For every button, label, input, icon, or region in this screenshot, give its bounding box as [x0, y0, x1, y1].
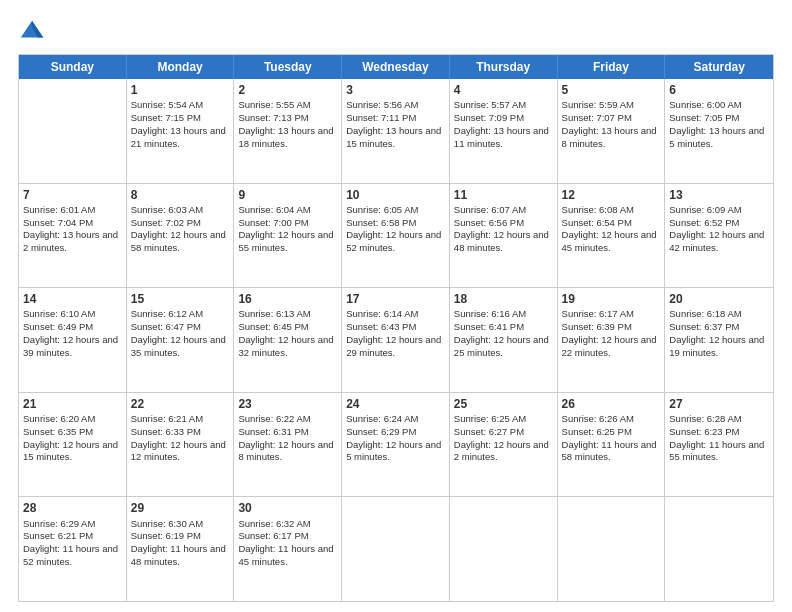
sunrise-text: Sunrise: 6:01 AM — [23, 204, 95, 215]
day-number: 21 — [23, 396, 122, 412]
daylight-text: Daylight: 13 hours and 15 minutes. — [346, 125, 441, 149]
sunrise-text: Sunrise: 6:00 AM — [669, 99, 741, 110]
daylight-text: Daylight: 12 hours and 48 minutes. — [454, 229, 549, 253]
logo — [18, 18, 50, 46]
sunset-text: Sunset: 7:09 PM — [454, 112, 524, 123]
header-day-monday: Monday — [127, 55, 235, 79]
calendar-row-1: 1Sunrise: 5:54 AMSunset: 7:15 PMDaylight… — [19, 79, 773, 184]
sunset-text: Sunset: 6:37 PM — [669, 321, 739, 332]
daylight-text: Daylight: 12 hours and 55 minutes. — [238, 229, 333, 253]
daylight-text: Daylight: 12 hours and 42 minutes. — [669, 229, 764, 253]
calendar-cell — [665, 497, 773, 601]
day-number: 19 — [562, 291, 661, 307]
calendar-cell: 19Sunrise: 6:17 AMSunset: 6:39 PMDayligh… — [558, 288, 666, 392]
sunrise-text: Sunrise: 5:54 AM — [131, 99, 203, 110]
sunset-text: Sunset: 6:21 PM — [23, 530, 93, 541]
day-number: 25 — [454, 396, 553, 412]
sunset-text: Sunset: 6:23 PM — [669, 426, 739, 437]
day-number: 9 — [238, 187, 337, 203]
sunrise-text: Sunrise: 6:08 AM — [562, 204, 634, 215]
logo-icon — [18, 18, 46, 46]
sunset-text: Sunset: 6:56 PM — [454, 217, 524, 228]
calendar-cell: 14Sunrise: 6:10 AMSunset: 6:49 PMDayligh… — [19, 288, 127, 392]
day-number: 23 — [238, 396, 337, 412]
header-day-tuesday: Tuesday — [234, 55, 342, 79]
calendar-cell: 17Sunrise: 6:14 AMSunset: 6:43 PMDayligh… — [342, 288, 450, 392]
day-number: 12 — [562, 187, 661, 203]
day-number: 2 — [238, 82, 337, 98]
daylight-text: Daylight: 13 hours and 18 minutes. — [238, 125, 333, 149]
day-number: 24 — [346, 396, 445, 412]
sunrise-text: Sunrise: 6:16 AM — [454, 308, 526, 319]
calendar-row-2: 7Sunrise: 6:01 AMSunset: 7:04 PMDaylight… — [19, 184, 773, 289]
sunset-text: Sunset: 7:11 PM — [346, 112, 416, 123]
sunset-text: Sunset: 6:27 PM — [454, 426, 524, 437]
sunset-text: Sunset: 6:17 PM — [238, 530, 308, 541]
calendar-cell: 8Sunrise: 6:03 AMSunset: 7:02 PMDaylight… — [127, 184, 235, 288]
day-number: 18 — [454, 291, 553, 307]
daylight-text: Daylight: 12 hours and 22 minutes. — [562, 334, 657, 358]
day-number: 1 — [131, 82, 230, 98]
sunrise-text: Sunrise: 5:55 AM — [238, 99, 310, 110]
daylight-text: Daylight: 12 hours and 58 minutes. — [131, 229, 226, 253]
calendar-cell: 15Sunrise: 6:12 AMSunset: 6:47 PMDayligh… — [127, 288, 235, 392]
sunrise-text: Sunrise: 6:28 AM — [669, 413, 741, 424]
sunset-text: Sunset: 6:54 PM — [562, 217, 632, 228]
sunrise-text: Sunrise: 6:32 AM — [238, 518, 310, 529]
sunset-text: Sunset: 6:31 PM — [238, 426, 308, 437]
calendar-cell: 24Sunrise: 6:24 AMSunset: 6:29 PMDayligh… — [342, 393, 450, 497]
calendar-cell: 23Sunrise: 6:22 AMSunset: 6:31 PMDayligh… — [234, 393, 342, 497]
day-number: 3 — [346, 82, 445, 98]
day-number: 22 — [131, 396, 230, 412]
calendar-cell: 10Sunrise: 6:05 AMSunset: 6:58 PMDayligh… — [342, 184, 450, 288]
calendar-cell: 25Sunrise: 6:25 AMSunset: 6:27 PMDayligh… — [450, 393, 558, 497]
daylight-text: Daylight: 12 hours and 19 minutes. — [669, 334, 764, 358]
sunset-text: Sunset: 6:39 PM — [562, 321, 632, 332]
header — [18, 18, 774, 46]
sunrise-text: Sunrise: 6:03 AM — [131, 204, 203, 215]
sunrise-text: Sunrise: 6:12 AM — [131, 308, 203, 319]
sunset-text: Sunset: 7:04 PM — [23, 217, 93, 228]
daylight-text: Daylight: 13 hours and 5 minutes. — [669, 125, 764, 149]
day-number: 17 — [346, 291, 445, 307]
sunset-text: Sunset: 6:41 PM — [454, 321, 524, 332]
calendar-cell: 11Sunrise: 6:07 AMSunset: 6:56 PMDayligh… — [450, 184, 558, 288]
calendar-cell: 4Sunrise: 5:57 AMSunset: 7:09 PMDaylight… — [450, 79, 558, 183]
sunrise-text: Sunrise: 5:57 AM — [454, 99, 526, 110]
sunset-text: Sunset: 6:29 PM — [346, 426, 416, 437]
daylight-text: Daylight: 12 hours and 39 minutes. — [23, 334, 118, 358]
calendar-cell: 13Sunrise: 6:09 AMSunset: 6:52 PMDayligh… — [665, 184, 773, 288]
daylight-text: Daylight: 12 hours and 12 minutes. — [131, 439, 226, 463]
day-number: 20 — [669, 291, 769, 307]
daylight-text: Daylight: 11 hours and 52 minutes. — [23, 543, 118, 567]
calendar-cell: 3Sunrise: 5:56 AMSunset: 7:11 PMDaylight… — [342, 79, 450, 183]
sunrise-text: Sunrise: 5:59 AM — [562, 99, 634, 110]
daylight-text: Daylight: 12 hours and 15 minutes. — [23, 439, 118, 463]
day-number: 10 — [346, 187, 445, 203]
calendar: SundayMondayTuesdayWednesdayThursdayFrid… — [18, 54, 774, 602]
day-number: 28 — [23, 500, 122, 516]
day-number: 27 — [669, 396, 769, 412]
sunset-text: Sunset: 6:19 PM — [131, 530, 201, 541]
sunrise-text: Sunrise: 6:07 AM — [454, 204, 526, 215]
sunset-text: Sunset: 6:25 PM — [562, 426, 632, 437]
calendar-cell: 16Sunrise: 6:13 AMSunset: 6:45 PMDayligh… — [234, 288, 342, 392]
sunset-text: Sunset: 6:35 PM — [23, 426, 93, 437]
daylight-text: Daylight: 12 hours and 8 minutes. — [238, 439, 333, 463]
daylight-text: Daylight: 11 hours and 55 minutes. — [669, 439, 764, 463]
day-number: 15 — [131, 291, 230, 307]
header-day-friday: Friday — [558, 55, 666, 79]
day-number: 11 — [454, 187, 553, 203]
calendar-cell: 18Sunrise: 6:16 AMSunset: 6:41 PMDayligh… — [450, 288, 558, 392]
header-day-sunday: Sunday — [19, 55, 127, 79]
day-number: 13 — [669, 187, 769, 203]
calendar-cell: 6Sunrise: 6:00 AMSunset: 7:05 PMDaylight… — [665, 79, 773, 183]
header-day-thursday: Thursday — [450, 55, 558, 79]
calendar-row-3: 14Sunrise: 6:10 AMSunset: 6:49 PMDayligh… — [19, 288, 773, 393]
daylight-text: Daylight: 13 hours and 8 minutes. — [562, 125, 657, 149]
daylight-text: Daylight: 12 hours and 25 minutes. — [454, 334, 549, 358]
daylight-text: Daylight: 12 hours and 45 minutes. — [562, 229, 657, 253]
sunrise-text: Sunrise: 6:14 AM — [346, 308, 418, 319]
sunrise-text: Sunrise: 6:17 AM — [562, 308, 634, 319]
day-number: 26 — [562, 396, 661, 412]
